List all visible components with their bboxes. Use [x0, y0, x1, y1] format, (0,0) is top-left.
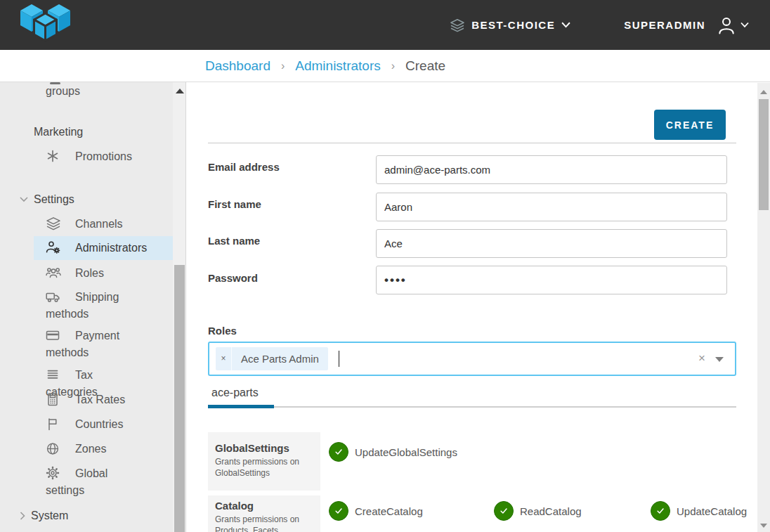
- list-icon: [46, 368, 61, 382]
- check-icon: [497, 505, 510, 517]
- flag-icon: [46, 417, 61, 431]
- sidebar-item-promotions[interactable]: Promotions: [34, 148, 148, 165]
- select-clear-icon[interactable]: ×: [698, 351, 705, 365]
- permission-toggle-checked[interactable]: [651, 501, 670, 521]
- brand-logo[interactable]: [20, 4, 72, 47]
- sidebar-item-zones[interactable]: Zones: [34, 441, 148, 458]
- permission-group-description: Grants permissions on GlobalSettings: [215, 456, 315, 479]
- first-name-label: First name: [208, 198, 261, 210]
- breadcrumb-separator: ›: [391, 60, 395, 72]
- main-content: CREATE Email address First name Last nam…: [186, 82, 770, 532]
- sidebar-section-settings[interactable]: Settings: [20, 193, 74, 206]
- channel-label: BEST-CHOICE: [471, 19, 555, 31]
- email-label: Email address: [208, 161, 280, 173]
- permission-row-globalsettings: GlobalSettings Grants permissions on Glo…: [208, 432, 736, 491]
- permission-name: CreateCatalog: [355, 505, 423, 517]
- nav-label: Channels: [75, 218, 123, 230]
- breadcrumb-separator: ›: [281, 60, 285, 72]
- sidebar-item-administrators[interactable]: Administrators: [34, 236, 173, 260]
- topbar-actions: BEST-CHOICE SUPERADMIN: [450, 0, 749, 50]
- customer-groups-icon-partial: [50, 82, 60, 84]
- sidebar-item-channels[interactable]: Channels: [34, 216, 148, 233]
- tab-ace-parts[interactable]: ace-parts: [211, 387, 259, 399]
- breadcrumb: Dashboard › Administrators › Create: [205, 58, 445, 74]
- globe-icon: [46, 441, 61, 455]
- user-label: SUPERADMIN: [624, 19, 705, 31]
- calculator-icon: [46, 392, 61, 406]
- permission-group-title: Catalog: [215, 500, 315, 512]
- asterisk-icon: [46, 149, 61, 163]
- caret-down-icon: [20, 197, 28, 202]
- scroll-up-arrow[interactable]: [760, 90, 767, 94]
- sidebar-item-roles[interactable]: Roles: [34, 265, 148, 282]
- permission-row-header: GlobalSettings Grants permissions on Glo…: [208, 432, 320, 491]
- breadcrumb-administrators[interactable]: Administrators: [295, 58, 380, 74]
- first-name-field[interactable]: [376, 193, 727, 221]
- breadcrumb-dashboard[interactable]: Dashboard: [205, 58, 270, 74]
- password-label: Password: [208, 272, 258, 284]
- sidebar-item-shipping-methods[interactable]: Shipping methods: [34, 289, 148, 323]
- nav-label: Zones: [75, 443, 106, 455]
- permission-row-catalog: Catalog Grants permissions on Products, …: [208, 495, 736, 532]
- active-tab-indicator: [208, 405, 274, 408]
- roles-multiselect[interactable]: × Ace Parts Admin ×: [208, 342, 736, 376]
- breadcrumb-current: Create: [405, 58, 445, 74]
- chevron-down-icon: [561, 22, 570, 28]
- permission-name: ReadCatalog: [520, 505, 582, 517]
- check-icon: [332, 505, 345, 517]
- password-field[interactable]: [376, 266, 727, 294]
- sidebar-item-payment-methods[interactable]: Payment methods: [34, 327, 148, 361]
- scrollbar-thumb[interactable]: [174, 265, 185, 532]
- permission-group-title: GlobalSettings: [215, 442, 315, 454]
- sidebar-item-global-settings[interactable]: Global settings: [34, 465, 148, 499]
- scrollbar-thumb[interactable]: [759, 99, 769, 210]
- chip-label: Ace Parts Admin: [232, 353, 328, 365]
- nav-label: Tax Rates: [75, 394, 125, 406]
- chip-remove-icon[interactable]: ×: [216, 347, 232, 370]
- header-divider: [208, 143, 736, 143]
- gear-icon: [46, 466, 61, 480]
- sidebar-item-customer-groups[interactable]: groups: [46, 85, 80, 98]
- scroll-up-arrow[interactable]: [176, 89, 184, 93]
- layers-icon: [46, 216, 61, 231]
- sidebar-section-system[interactable]: System: [20, 510, 68, 522]
- user-menu[interactable]: [717, 15, 749, 36]
- role-chip: × Ace Parts Admin: [216, 347, 328, 370]
- permission-item: ReadCatalog: [494, 501, 582, 521]
- truck-icon: [46, 290, 61, 304]
- permission-toggle-checked[interactable]: [494, 501, 514, 521]
- vendure-cubes-icon: [20, 4, 72, 47]
- sidebar-section-marketing[interactable]: Marketing: [34, 126, 83, 138]
- layers-icon: [450, 18, 465, 32]
- check-icon: [332, 446, 345, 458]
- main-scrollbar[interactable]: [757, 83, 770, 532]
- tab-track: [208, 406, 736, 408]
- last-name-label: Last name: [208, 235, 260, 247]
- nav-label: Administrators: [75, 242, 147, 254]
- chevron-down-icon: [740, 22, 749, 28]
- nav-label: Promotions: [75, 150, 132, 162]
- breadcrumb-bar: Dashboard › Administrators › Create: [0, 50, 770, 82]
- permission-name: UpdateCatalog: [677, 505, 747, 517]
- nav-label: Countries: [75, 418, 123, 430]
- sidebar-item-countries[interactable]: Countries: [34, 416, 148, 433]
- topbar: BEST-CHOICE SUPERADMIN: [0, 0, 770, 50]
- permission-name: UpdateGlobalSettings: [355, 446, 457, 458]
- admin-create-page: BEST-CHOICE SUPERADMIN Dashboard › Ad: [0, 0, 770, 532]
- channel-switcher[interactable]: BEST-CHOICE: [450, 18, 570, 32]
- last-name-field[interactable]: [376, 229, 727, 258]
- permission-row-header: Catalog Grants permissions on Products, …: [208, 495, 320, 532]
- scroll-down-arrow[interactable]: [760, 524, 767, 528]
- permission-toggle-checked[interactable]: [329, 442, 348, 462]
- create-button[interactable]: CREATE: [654, 110, 726, 140]
- permission-item: CreateCatalog: [329, 501, 423, 521]
- select-caret-icon[interactable]: [715, 357, 724, 362]
- sidebar-scrollbar[interactable]: [173, 82, 186, 532]
- roles-label: Roles: [208, 325, 237, 337]
- permission-group-description: Grants permissions on Products, Facets: [215, 514, 315, 532]
- permission-toggle-checked[interactable]: [329, 501, 348, 521]
- permission-item: UpdateCatalog: [651, 501, 747, 521]
- user-gear-icon: [46, 240, 61, 254]
- sidebar-item-tax-rates[interactable]: Tax Rates: [34, 391, 148, 408]
- email-field[interactable]: [376, 155, 727, 184]
